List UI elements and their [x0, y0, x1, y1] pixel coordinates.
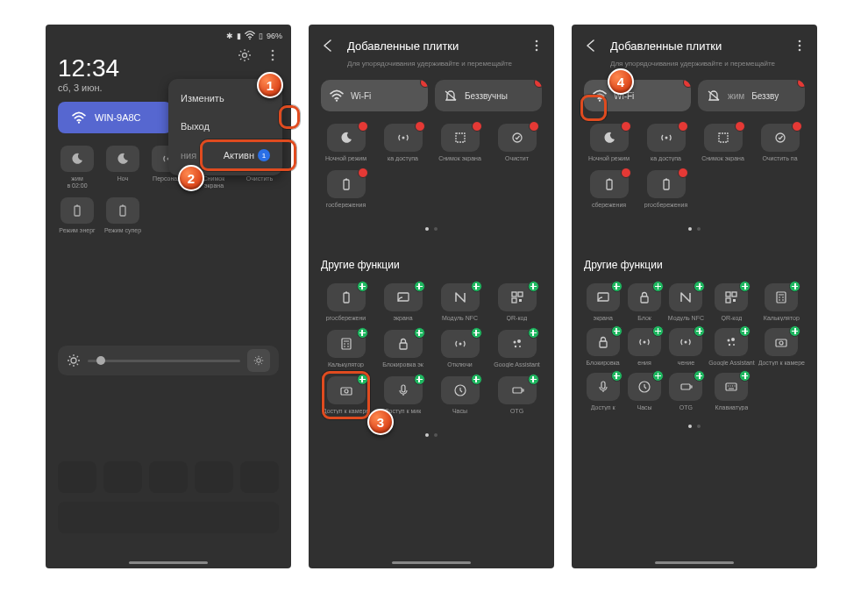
other-tile-camera[interactable]: Доступ к камере	[758, 328, 805, 366]
settings-gear-icon[interactable]	[235, 46, 254, 65]
pager-other	[572, 418, 817, 435]
added-tile-clean[interactable]: Очистит	[492, 124, 542, 161]
tile-energy-save[interactable]: Режим энерг	[58, 197, 96, 234]
remove-badge[interactable]	[683, 80, 691, 88]
other-tile-qr[interactable]: QR-код	[492, 283, 542, 321]
wifi-icon	[245, 30, 255, 42]
other-tile-lock2[interactable]: Блокировка	[584, 328, 622, 366]
more-menu-icon[interactable]	[263, 46, 282, 65]
home-indicator[interactable]	[129, 561, 208, 564]
other-tile-clock[interactable]: Часы	[625, 373, 663, 411]
back-button[interactable]	[580, 35, 601, 56]
other-tile-access[interactable]: Доступ к	[584, 373, 622, 411]
phone-screen-3: Добавленные плитки Для упорядочивания уд…	[572, 25, 817, 568]
pager-added	[572, 215, 817, 243]
auto-brightness-toggle[interactable]	[247, 349, 270, 372]
other-tile-nfc[interactable]: Модуль NFC	[435, 283, 485, 321]
added-tile-wifi[interactable]: Wi-Fi	[321, 80, 428, 111]
other-tile-powersave[interactable]: ргосбережени	[321, 283, 371, 321]
other-tile-clock[interactable]: Часы	[435, 376, 485, 414]
other-tile-lock[interactable]: Блокировка эк	[378, 330, 428, 368]
background-apps-row	[58, 461, 279, 493]
added-tile-battery1[interactable]: сбережения	[584, 170, 634, 208]
added-tile-dnd[interactable]: Беззвучны	[435, 80, 542, 111]
pager-other	[309, 421, 554, 449]
bluetooth-icon: ✱	[226, 32, 233, 40]
tile-night[interactable]: жимв 02:00	[58, 146, 96, 189]
panel-title: Добавленные плитки	[347, 39, 519, 53]
wifi-ssid: WIN-9A8C	[95, 112, 141, 123]
section-other-title: Другие функции	[572, 243, 817, 276]
added-tile-dnd[interactable]: жим Беззву	[698, 80, 805, 111]
added-tile-night[interactable]: Ночной режим	[584, 124, 634, 161]
tile-super-save[interactable]: Режим супер	[103, 197, 142, 234]
signal-icon: ▮	[237, 32, 241, 40]
panel-subtitle: Для упорядочивания удерживайте и перемещ…	[309, 60, 554, 75]
added-tile-screenshot[interactable]: Снимок экрана	[435, 124, 485, 161]
added-tile-clean[interactable]: Очистить па	[755, 124, 805, 161]
other-tile-qr[interactable]: QR-код	[708, 283, 755, 321]
other-tile-mic[interactable]: Доступ к мик	[378, 376, 428, 414]
other-tile-camera[interactable]: Доступ к камере	[321, 376, 371, 414]
overflow-menu: Изменить Выход ния Активн 1	[168, 79, 282, 175]
other-tile-nfc[interactable]: Модуль NFC	[667, 283, 705, 321]
other-tile-calc[interactable]: Калькулятор	[321, 330, 371, 368]
pager-added	[309, 215, 554, 243]
remove-badge[interactable]	[420, 80, 428, 88]
phone-screen-1: ✱ ▮ ▯ 96% 12:34 сб, 3 июн. WIN-9A8C Изме…	[46, 25, 291, 568]
remove-badge[interactable]	[534, 80, 542, 88]
other-tile-calc[interactable]: Калькулятор	[758, 283, 805, 321]
back-button[interactable]	[317, 35, 338, 56]
more-menu-icon[interactable]	[791, 39, 808, 53]
other-tile-disconnect[interactable]: Отключи	[435, 330, 485, 368]
added-tile-night[interactable]: Ночной режим	[321, 124, 371, 161]
other-tile-keyboard[interactable]: Клавиатура	[708, 373, 755, 411]
battery-percent: 96%	[267, 32, 282, 40]
other-tile-eniya[interactable]: ения	[625, 328, 663, 366]
background-dock	[58, 502, 279, 533]
active-count-badge: 1	[258, 149, 270, 161]
added-tile-battery[interactable]: госбережения	[321, 170, 371, 208]
panel-subtitle: Для упорядочивания удерживайте и перемещ…	[572, 60, 817, 75]
added-tile-screenshot[interactable]: Снимок экрана	[698, 124, 748, 161]
other-tile-cast[interactable]: экрана	[584, 283, 622, 321]
panel-title: Добавленные плитки	[610, 39, 782, 53]
phone-screen-2: Добавленные плитки Для упорядочивания уд…	[309, 25, 554, 568]
other-tile-assistant[interactable]: Google Assistant	[492, 330, 542, 368]
more-menu-icon[interactable]	[528, 39, 545, 53]
added-tile-battery2[interactable]: ргосбережения	[641, 170, 691, 208]
other-tile-disconnect[interactable]: чение	[667, 328, 705, 366]
home-indicator[interactable]	[655, 561, 734, 564]
tile-night-mode[interactable]: Ноч	[103, 146, 142, 189]
other-tile-otg[interactable]: OTG	[492, 376, 542, 414]
home-indicator[interactable]	[392, 561, 471, 564]
battery-icon: ▯	[259, 32, 263, 40]
section-other-title: Другие функции	[309, 243, 554, 276]
brightness-slider[interactable]	[58, 346, 279, 375]
other-tile-assistant[interactable]: Google Assistant	[708, 328, 755, 366]
menu-item-exit[interactable]: Выход	[168, 112, 282, 140]
other-tile-otg[interactable]: OTG	[667, 373, 705, 411]
status-bar: ✱ ▮ ▯ 96%	[46, 25, 291, 47]
other-tile-block[interactable]: Блок	[625, 283, 663, 321]
menu-item-edit[interactable]: Изменить	[168, 84, 282, 112]
added-tile-wifi[interactable]: Wi-Fi	[584, 80, 691, 111]
wifi-toggle-tile[interactable]: WIN-9A8C	[58, 102, 172, 133]
remove-badge[interactable]	[797, 80, 805, 88]
menu-item-active-tab[interactable]: ния Активн 1	[168, 140, 282, 170]
added-tile-hotspot[interactable]: ка доступа	[641, 124, 691, 161]
other-tile-cast[interactable]: экрана	[378, 283, 428, 321]
added-tile-hotspot[interactable]: ка доступа	[378, 124, 428, 161]
